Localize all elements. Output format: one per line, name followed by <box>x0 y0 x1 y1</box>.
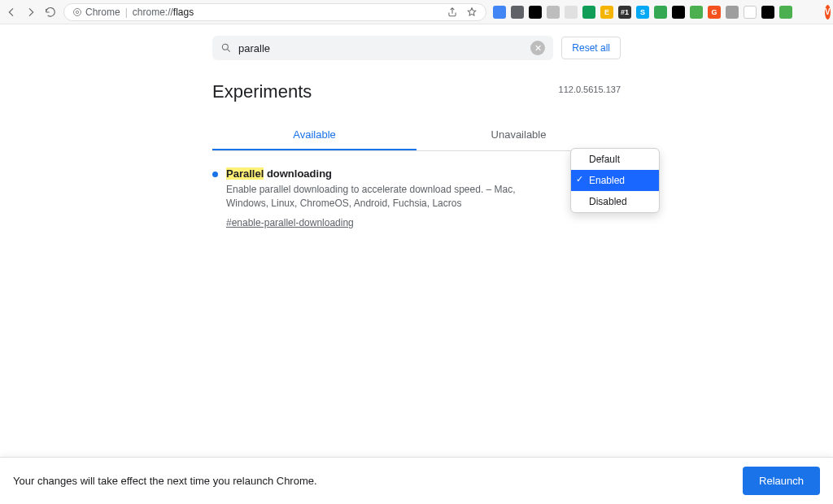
extension-icon[interactable] <box>761 6 774 19</box>
extension-icon[interactable] <box>511 6 524 19</box>
profile-avatar[interactable]: V <box>825 5 831 20</box>
extension-icon[interactable] <box>779 6 792 19</box>
dropdown-option[interactable]: Enabled <box>571 170 659 191</box>
extension-icon[interactable] <box>529 6 542 19</box>
svg-line-5 <box>228 50 230 52</box>
extension-icon[interactable]: E <box>600 6 613 19</box>
reload-button[interactable] <box>44 5 57 20</box>
extension-icon[interactable] <box>582 6 595 19</box>
site-label: Chrome <box>85 7 120 18</box>
flag-state-dropdown[interactable]: DefaultEnabledDisabled <box>570 148 660 213</box>
tab-available[interactable]: Available <box>212 119 416 150</box>
reset-all-button[interactable]: Reset all <box>561 37 621 59</box>
extension-icon[interactable]: G <box>708 6 721 19</box>
url-text: chrome://flags <box>133 7 194 18</box>
flag-title: Parallel downloading <box>226 167 621 180</box>
svg-point-4 <box>222 44 228 50</box>
extension-icon[interactable] <box>744 6 757 19</box>
site-chip: Chrome <box>72 7 120 18</box>
extension-icon[interactable] <box>654 6 667 19</box>
extensions-row: E#1SG <box>493 6 792 19</box>
relaunch-button[interactable]: Relaunch <box>743 467 820 495</box>
dropdown-option[interactable]: Disabled <box>571 191 659 212</box>
bookmark-star-icon[interactable] <box>466 7 478 18</box>
share-icon[interactable] <box>447 7 458 18</box>
dropdown-option[interactable]: Default <box>571 149 659 170</box>
search-icon <box>220 42 232 54</box>
extension-icon[interactable] <box>565 6 578 19</box>
extension-icon[interactable] <box>726 6 739 19</box>
flags-search[interactable]: ✕ <box>212 36 553 60</box>
chrome-icon <box>72 7 82 17</box>
relaunch-message: Your changes will take effect the next t… <box>13 475 317 487</box>
flag-hash-link[interactable]: #enable-parallel-downloading <box>226 217 354 228</box>
forward-button[interactable] <box>24 5 37 20</box>
extension-icon[interactable] <box>493 6 506 19</box>
flag-description: Enable parallel downloading to accelerat… <box>226 183 519 211</box>
extension-icon[interactable]: #1 <box>618 6 631 19</box>
tabs: Available Unavailable <box>212 119 621 151</box>
browser-toolbar: Chrome | chrome://flags E#1SG V ⋮ <box>0 0 833 24</box>
version-label: 112.0.5615.137 <box>559 85 621 94</box>
svg-point-1 <box>76 11 78 13</box>
flag-row: Parallel downloading Enable parallel dow… <box>212 151 621 229</box>
back-button[interactable] <box>5 5 18 20</box>
omnibox[interactable]: Chrome | chrome://flags <box>63 3 486 21</box>
relaunch-bar: Your changes will take effect the next t… <box>0 457 833 504</box>
omnibox-separator: | <box>125 7 128 18</box>
clear-search-icon[interactable]: ✕ <box>530 41 545 55</box>
tab-unavailable[interactable]: Unavailable <box>416 119 621 150</box>
svg-point-0 <box>74 8 81 15</box>
flags-search-input[interactable] <box>238 42 524 54</box>
extension-icon[interactable] <box>547 6 560 19</box>
extension-icon[interactable]: S <box>636 6 649 19</box>
extension-icon[interactable] <box>672 6 685 19</box>
extension-icon[interactable] <box>690 6 703 19</box>
modified-dot-icon <box>212 172 218 177</box>
